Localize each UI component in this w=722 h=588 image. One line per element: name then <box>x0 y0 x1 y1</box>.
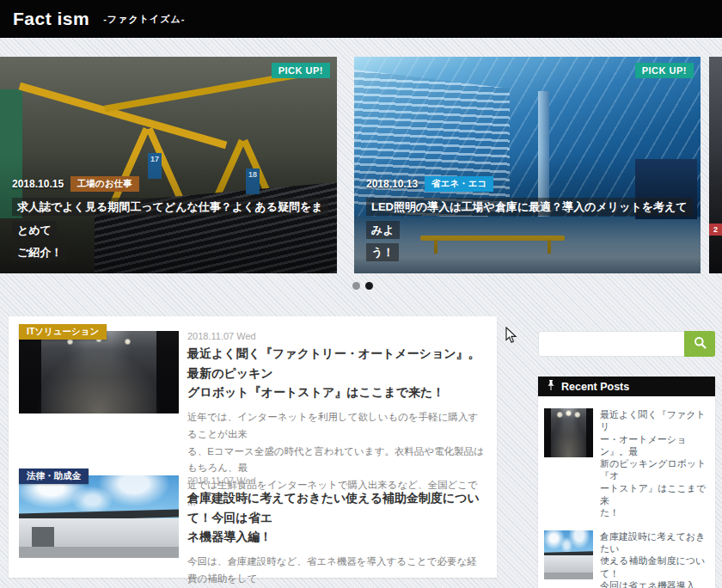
pickup-badge: PICK UP! <box>635 63 694 78</box>
carousel-slide-2[interactable]: PICK UP! 2018.10.13 省エネ・エコ LED照明の導入は工場や倉… <box>354 57 701 273</box>
pickup-badge: PICK UP! <box>272 63 330 78</box>
article-1-category-ribbon[interactable]: ITソリューション <box>19 324 107 340</box>
carousel-dot-2[interactable] <box>365 282 373 290</box>
recent-posts-title: Recent Posts <box>561 381 629 393</box>
slide-2-date: 2018.10.13 <box>366 178 418 190</box>
article-list: ITソリューション 2018.11.07 Wed 最近よく聞く『ファクトリー・オ… <box>9 316 497 578</box>
site-title: Fact ism <box>13 9 89 29</box>
slide-2-caption: 2018.10.13 省エネ・エコ LED照明の導入は工場や倉庫に最適？導入のメ… <box>366 176 690 265</box>
recent-post-item-1[interactable]: 最近よく聞く『ファクトリ ー・オートメーション』。最 新のピッキングロボット『オ… <box>544 408 708 519</box>
recent-post-2-thumbnail <box>544 530 593 579</box>
search-icon <box>694 336 707 352</box>
slide-1-title[interactable]: 求人誌でよく見る期間工ってどんな仕事？よくある疑問をまとめて ご紹介！ <box>12 196 327 265</box>
slide-3-image <box>709 57 722 273</box>
slide-1-photo-tag: 17 <box>148 153 162 179</box>
site-subtitle: -ファクトイズム- <box>103 13 185 26</box>
slide-1-category-badge[interactable]: 工場のお仕事 <box>70 176 139 192</box>
recent-posts-header: Recent Posts <box>538 377 715 396</box>
carousel-slide-1[interactable]: 17 18 PICK UP! 2018.10.15 工場のお仕事 求人誌でよく見… <box>0 57 337 273</box>
article-2-excerpt: 今回は、倉庫建設時など、省エネ機器を導入することで必要な経費の補助をして もらえ… <box>187 554 485 588</box>
article-1-title[interactable]: 最近よく聞く『ファクトリー・オートメーション』。最新のピッキン グロボット『オー… <box>187 344 485 402</box>
carousel-dot-1[interactable] <box>352 282 360 290</box>
slide-2-category-badge[interactable]: 省エネ・エコ <box>425 176 493 192</box>
article-1-date: 2018.11.07 Wed <box>187 331 485 341</box>
sidebar-search <box>538 331 715 357</box>
article-row-2: 法律・助成金 2018.11.07 Wed 倉庫建設時に考えておきたい使える補助… <box>9 469 497 572</box>
slide-1-date: 2018.10.15 <box>12 178 64 190</box>
recent-post-2-title: 倉庫建設時に考えておきたい 使える補助金制度について！ 今回は省エネ機器導入編！ <box>600 530 708 588</box>
carousel-slide-3-partial[interactable]: 2 <box>709 57 722 273</box>
search-button[interactable] <box>684 331 715 357</box>
article-2-thumbnail[interactable] <box>19 475 179 558</box>
article-2-category-ribbon[interactable]: 法律・助成金 <box>19 469 89 484</box>
article-2-date: 2018.11.07 Wed <box>187 475 485 486</box>
site-header: Fact ism -ファクトイズム- <box>0 0 722 38</box>
article-row-1: ITソリューション 2018.11.07 Wed 最近よく聞く『ファクトリー・オ… <box>9 324 497 453</box>
recent-post-1-title: 最近よく聞く『ファクトリ ー・オートメーション』。最 新のピッキングロボット『オ… <box>600 408 708 519</box>
recent-post-1-thumbnail <box>544 408 593 457</box>
slide-3-photo-badge: 2 <box>709 224 722 236</box>
recent-posts-widget: Recent Posts 最近よく聞く『ファクトリ ー・オートメーション』。最 … <box>538 377 715 588</box>
recent-post-item-2[interactable]: 倉庫建設時に考えておきたい 使える補助金制度について！ 今回は省エネ機器導入編！ <box>544 530 708 588</box>
article-2-title[interactable]: 倉庫建設時に考えておきたい使える補助金制度について！今回は省エ ネ機器導入編！ <box>187 488 485 547</box>
search-input[interactable] <box>538 331 684 357</box>
carousel-dots <box>352 282 373 290</box>
mouse-cursor <box>505 327 517 347</box>
slide-2-title[interactable]: LED照明の導入は工場や倉庫に最適？導入のメリットを考えてみよ う！ <box>366 196 690 265</box>
slide-1-caption: 2018.10.15 工場のお仕事 求人誌でよく見る期間工ってどんな仕事？よくあ… <box>12 176 327 265</box>
article-1-thumbnail[interactable] <box>19 331 179 413</box>
pin-icon <box>547 380 555 393</box>
